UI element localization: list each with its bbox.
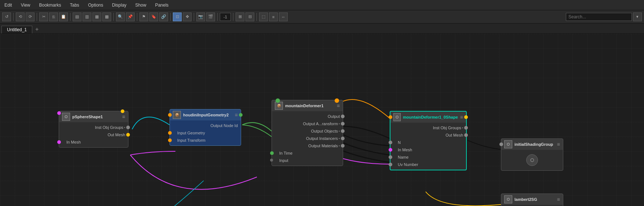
tool-flag[interactable]: ⚑ [139,12,148,21]
frame-number: -1 [220,13,231,21]
node-shading-header: ⬡ initialShadingGroup ≡ [501,139,563,150]
tool-copy[interactable]: ⎘ [49,12,58,21]
menu-view[interactable]: View [19,2,32,8]
mshape-port-left[interactable] [389,115,392,119]
psphere-row-inmesh: In Mesh [59,138,128,146]
houdini-menu-icon[interactable]: ≡ [235,112,238,118]
mountain-port-top-right[interactable] [335,98,339,103]
node-lambert-header: ⬡ lambert2SG ≡ [501,194,563,205]
houdini-port-inputtransform-left[interactable] [168,138,172,142]
tool-render[interactable]: 🎬 [206,12,215,21]
mshape-port-right[interactable] [464,115,468,119]
psphere-port-inmesh-left[interactable] [57,140,61,144]
tool-select[interactable]: ⊡ [173,12,182,21]
tool-search[interactable]: 🔍 [116,12,125,21]
menu-edit[interactable]: Edit [3,2,14,8]
node-houdini[interactable]: 📦 houdiniInputGeometry2 ≡ Output Node Id… [170,109,241,146]
psphere-port-left-top[interactable] [57,111,61,115]
mshape-port-n-left[interactable] [389,141,392,144]
tool-camera[interactable]: 📷 [196,12,205,21]
sep4 [113,13,114,21]
node-mountain[interactable]: 📦 mountainDeformer1 ≡ Output Output A...… [272,100,343,166]
tab-add-button[interactable]: + [33,26,41,33]
node-shading-title: initialShadingGroup [514,142,553,147]
mountain-port-outputobj-right[interactable] [341,129,345,133]
menu-options[interactable]: Options [87,2,105,8]
menu-tabs[interactable]: Tabs [69,2,81,8]
tool-grid2[interactable]: ⬚ [259,12,268,21]
menu-show[interactable]: Show [134,2,148,8]
mountain-port-input-left[interactable] [270,159,273,162]
menu-panels[interactable]: Panels [154,2,170,8]
tool-layout4[interactable]: ▩ [102,12,111,21]
tool-link[interactable]: 🔗 [159,12,168,21]
node-mountain-header: 📦 mountainDeformer1 ≡ [272,100,343,111]
tool-undo[interactable]: ⟲ [16,12,25,21]
tool-layout1[interactable]: ▤ [73,12,81,21]
canvas[interactable]: ⬡ pSphereShape1 ≡ Inst Obj Groups ▪ Out … [0,34,644,206]
node-mountain-shape-title: mountainDeformer1_0Shape [403,115,458,119]
node-psphere-header: ⬡ pSphereShape1 ≡ [59,111,128,122]
mshape-port-uvnumber-left[interactable] [389,163,392,166]
sep7 [194,13,194,21]
mshape-port-instobj-right[interactable] [464,126,468,130]
tool-cut[interactable]: ✂ [39,12,48,21]
node-mountain-shape[interactable]: ⬡ mountainDeformer1_0Shape ≡ Inst Obj Gr… [390,111,467,170]
tool-align[interactable]: ≡ [269,12,278,21]
mountain-port-intime-left[interactable] [270,151,274,155]
psphere-expand1[interactable]: ▪ [124,126,125,129]
mountain-port-top-left[interactable] [276,98,280,103]
houdini-port-right[interactable] [239,113,243,117]
tool-paste[interactable]: 📋 [59,12,68,21]
shading-icon: ⬡ [504,140,512,148]
mshape-port-name-left[interactable] [389,155,392,159]
tool-layout3[interactable]: ▦ [92,12,101,21]
psphere-port-outmesh-right[interactable] [126,133,130,137]
shading-port-left[interactable] [499,142,503,146]
mshape-port-outmesh-right[interactable] [464,133,468,137]
menu-bookmarks[interactable]: Bookmarks [37,2,62,8]
tabbar: Untitled_1 + [0,24,644,34]
menu-display[interactable]: Display [110,2,128,8]
psphere-port-top-right[interactable] [121,109,124,113]
search-dropdown[interactable]: ▾ [633,12,642,21]
mountain-row-outputmat: Output Materials ▪ [272,142,343,149]
lambert-menu-icon[interactable]: ≡ [557,196,560,202]
mshape-menu-icon[interactable]: ≡ [460,114,463,120]
tab-untitled1[interactable]: Untitled_1 [1,26,32,33]
mountain-port-outputmat-right[interactable] [341,144,345,148]
node-shading[interactable]: ⬡ initialShadingGroup ≡ ⬡ [501,138,563,171]
mshape-row-uvnumber: Uv Number [390,161,466,168]
tool-new[interactable]: ↺ [2,12,11,21]
houdini-port-inputgeom-left[interactable] [168,131,172,135]
tool-redo[interactable]: ⟳ [26,12,34,21]
mountain-menu-icon[interactable]: ≡ [337,103,340,109]
tool-layout2[interactable]: ▥ [83,12,91,21]
sep3 [70,13,70,21]
mountain-port-output-right[interactable] [341,115,345,118]
tool-spread[interactable]: ↔ [279,12,288,21]
mountain-port-outputinst-right[interactable] [341,137,345,140]
shading-menu-icon[interactable]: ≡ [557,141,560,147]
mshape-port-inmesh-left[interactable] [389,148,392,152]
houdini-port-left[interactable] [168,113,172,117]
mountain-row-intime: In Time [272,149,343,157]
tool-bookmark[interactable]: 🔖 [149,12,158,21]
tool-move[interactable]: ✥ [183,12,192,21]
mountain-port-outputa-right[interactable] [341,122,345,126]
node-lambert-title: lambert2SG [514,197,537,202]
psphere-row-outmesh: Out Mesh [59,131,128,138]
houdini-row-inputtransform: Input Transform [170,137,241,144]
node-mountain-shape-body: Inst Obj Groups ▪ Out Mesh N In Mesh Nam… [390,123,466,170]
search-input[interactable] [566,13,632,21]
psphere-menu-icon[interactable]: ≡ [122,114,125,120]
node-houdini-header: 📦 houdiniInputGeometry2 ≡ [170,109,241,120]
node-psphere[interactable]: ⬡ pSphereShape1 ≡ Inst Obj Groups ▪ Out … [59,111,128,148]
houdini-row-inputgeom: Input Geometry [170,129,241,137]
tool-pin[interactable]: 📌 [126,12,135,21]
tool-grid[interactable]: ⊟ [245,12,254,21]
tool-snap[interactable]: ⊞ [236,12,244,21]
node-houdini-body: Output Node Id Input Geometry Input Tran… [170,120,241,145]
psphere-port-instobj-right[interactable] [126,126,130,129]
node-lambert[interactable]: ⬡ lambert2SG ≡ ⬡ [501,194,563,206]
